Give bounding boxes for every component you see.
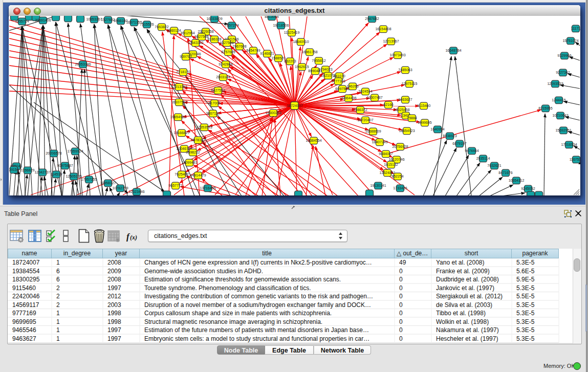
svg-text:9245052: 9245052 bbox=[521, 187, 535, 190]
svg-text:23226058: 23226058 bbox=[198, 30, 213, 33]
svg-text:9474444: 9474444 bbox=[465, 149, 478, 152]
svg-text:10307487: 10307487 bbox=[366, 96, 382, 99]
svg-text:12975115: 12975115 bbox=[402, 82, 418, 85]
svg-text:8813054: 8813054 bbox=[265, 16, 278, 18]
svg-text:17957255: 17957255 bbox=[81, 178, 97, 181]
svg-text:8454749: 8454749 bbox=[246, 49, 260, 52]
svg-text:12093533: 12093533 bbox=[547, 82, 563, 85]
svg-text:10210643: 10210643 bbox=[552, 114, 568, 117]
svg-text:9329966: 9329966 bbox=[557, 54, 571, 57]
svg-text:10782759: 10782759 bbox=[112, 186, 128, 190]
svg-text:7485063: 7485063 bbox=[398, 68, 412, 72]
svg-text:7632621: 7632621 bbox=[487, 164, 501, 167]
svg-text:90975887: 90975887 bbox=[57, 164, 73, 167]
svg-text:9115460: 9115460 bbox=[417, 104, 431, 107]
svg-text:1962615: 1962615 bbox=[295, 65, 309, 69]
svg-text:11171: 11171 bbox=[571, 27, 580, 30]
svg-text:11325419: 11325419 bbox=[284, 31, 300, 34]
svg-text:10958127: 10958127 bbox=[100, 181, 116, 185]
svg-text:12023446: 12023446 bbox=[128, 190, 144, 193]
svg-text:1733426: 1733426 bbox=[393, 186, 407, 190]
svg-text:19218506: 19218506 bbox=[273, 24, 289, 27]
svg-text:75884: 75884 bbox=[407, 116, 417, 120]
svg-text:2987682: 2987682 bbox=[365, 17, 379, 20]
svg-text:19654982: 19654982 bbox=[170, 115, 186, 119]
svg-text:9242848: 9242848 bbox=[219, 62, 232, 66]
svg-text:14914479: 14914479 bbox=[190, 173, 206, 177]
svg-text:20206578: 20206578 bbox=[46, 151, 61, 155]
svg-text:146266: 146266 bbox=[346, 84, 358, 88]
svg-text:9657771: 9657771 bbox=[168, 184, 182, 187]
svg-text:9698222: 9698222 bbox=[186, 150, 200, 154]
svg-text:9463627: 9463627 bbox=[398, 98, 412, 101]
svg-text:9777169: 9777169 bbox=[331, 79, 345, 83]
svg-text:20691406: 20691406 bbox=[35, 18, 51, 22]
svg-text:19300253: 19300253 bbox=[265, 111, 281, 115]
svg-text:4055724: 4055724 bbox=[15, 19, 29, 23]
svg-text:2967608: 2967608 bbox=[232, 45, 246, 48]
svg-text:832203: 832203 bbox=[284, 59, 296, 63]
svg-text:2718170: 2718170 bbox=[176, 70, 190, 74]
svg-text:12213383: 12213383 bbox=[171, 85, 187, 89]
svg-text:7955812: 7955812 bbox=[312, 59, 325, 62]
svg-text:62160: 62160 bbox=[383, 103, 394, 106]
svg-text:9827508: 9827508 bbox=[194, 35, 208, 38]
svg-text:9146821: 9146821 bbox=[260, 52, 274, 55]
svg-text:9227342: 9227342 bbox=[556, 71, 570, 74]
svg-text:1527602: 1527602 bbox=[101, 18, 115, 21]
svg-text:8938923: 8938923 bbox=[443, 134, 456, 138]
svg-text:1615132: 1615132 bbox=[384, 163, 398, 166]
svg-text:939763: 939763 bbox=[180, 55, 191, 58]
svg-text:9327508: 9327508 bbox=[220, 41, 233, 45]
svg-text:8660124: 8660124 bbox=[167, 29, 181, 32]
svg-text:6879197: 6879197 bbox=[452, 142, 466, 145]
svg-text:1244415: 1244415 bbox=[552, 98, 565, 102]
svg-text:39154: 39154 bbox=[9, 168, 19, 171]
svg-text:114519: 114519 bbox=[51, 172, 62, 176]
svg-text:18407249: 18407249 bbox=[372, 140, 387, 144]
svg-text:7625402: 7625402 bbox=[175, 172, 188, 176]
svg-text:17016534: 17016534 bbox=[561, 143, 577, 146]
svg-text:18640910: 18640910 bbox=[293, 40, 309, 43]
svg-text:19384554: 19384554 bbox=[306, 139, 321, 142]
svg-text:18654923: 18654923 bbox=[399, 129, 415, 133]
svg-text:12505135: 12505135 bbox=[66, 174, 81, 178]
svg-text:13524851: 13524851 bbox=[379, 171, 395, 174]
svg-text:13716485: 13716485 bbox=[200, 186, 215, 190]
svg-text:8757685: 8757685 bbox=[221, 50, 235, 54]
svg-text:20053346: 20053346 bbox=[75, 62, 91, 66]
svg-text:16107553: 16107553 bbox=[171, 100, 187, 104]
svg-text:12213967: 12213967 bbox=[383, 39, 399, 43]
svg-text:1640954: 1640954 bbox=[430, 127, 444, 131]
svg-text:17359924: 17359924 bbox=[67, 149, 83, 153]
svg-text:14099481: 14099481 bbox=[181, 161, 197, 164]
svg-text:10654112: 10654112 bbox=[509, 179, 525, 182]
svg-text:20364436: 20364436 bbox=[340, 96, 356, 100]
svg-text:7986372: 7986372 bbox=[353, 108, 367, 112]
svg-text:6794023: 6794023 bbox=[318, 68, 332, 71]
svg-text:8186328: 8186328 bbox=[207, 37, 221, 41]
svg-text:17353593: 17353593 bbox=[196, 125, 212, 129]
svg-text:16648784: 16648784 bbox=[445, 49, 461, 52]
svg-text:10973493: 10973493 bbox=[389, 53, 405, 57]
svg-text:8471676: 8471676 bbox=[498, 171, 512, 174]
svg-text:18724007: 18724007 bbox=[287, 104, 302, 107]
svg-text:841070: 841070 bbox=[333, 74, 345, 78]
svg-text:16154808: 16154808 bbox=[375, 27, 391, 31]
svg-text:10543382: 10543382 bbox=[187, 41, 203, 45]
svg-text:15751074: 15751074 bbox=[562, 39, 578, 42]
svg-text:1588520: 1588520 bbox=[271, 56, 285, 60]
svg-text:16033809: 16033809 bbox=[206, 17, 222, 20]
svg-text:8427552: 8427552 bbox=[211, 89, 225, 92]
svg-text:2803144: 2803144 bbox=[216, 75, 230, 79]
svg-text:5878332: 5878332 bbox=[191, 138, 205, 142]
svg-text:1156829: 1156829 bbox=[21, 168, 35, 172]
svg-text:15692951: 15692951 bbox=[555, 128, 571, 132]
svg-text:2935114: 2935114 bbox=[476, 157, 490, 160]
svg-text:1167533: 1167533 bbox=[570, 158, 580, 161]
svg-text:3867130: 3867130 bbox=[206, 112, 220, 115]
svg-text:19130141: 19130141 bbox=[370, 184, 386, 187]
svg-text:8215955: 8215955 bbox=[538, 106, 552, 110]
svg-text:10720407: 10720407 bbox=[357, 118, 373, 122]
svg-text:20756928: 20756928 bbox=[392, 145, 408, 148]
